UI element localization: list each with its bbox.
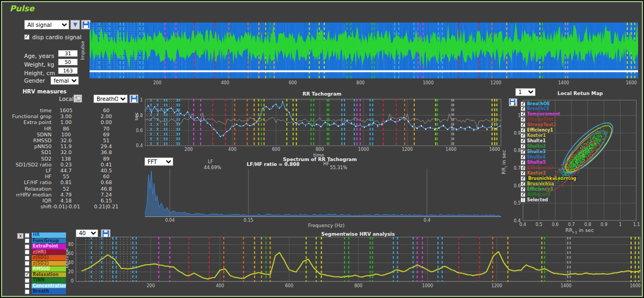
x-tick-label: 1000 [422, 284, 433, 288]
x-tick-label: 400 [228, 147, 236, 152]
hrv-local-value: 44.7 [52, 168, 80, 173]
rr-label-sub: i-1 [573, 230, 577, 235]
spectrum-method-select[interactable]: FFT [144, 157, 173, 166]
hrv-row: IQR4.186.15 [10, 198, 138, 203]
impulse-signal-plot [90, 23, 638, 78]
bottom-legend-label: Concentration [32, 284, 66, 289]
bottom-legend-item: Concentration [25, 284, 66, 289]
hrv-segment-value: 40.5 [80, 168, 132, 173]
segment-select[interactable]: BreathOE [93, 95, 128, 103]
x-tick-label: 600 [285, 284, 293, 288]
hrv-row: rrHRV median4.797.24 [10, 192, 138, 198]
hrv-row: pNN5011.929.4 [10, 143, 138, 149]
bottom-legend-checkbox[interactable] [25, 233, 30, 238]
hrv-segment-value: 0.21|0.21 [80, 203, 132, 209]
bottom-legend-checkbox[interactable] [25, 244, 30, 249]
x-tick-label: 1200 [492, 284, 502, 288]
hrv-local-value: 3.00 [52, 113, 80, 119]
hrv-row-label: Extra point [10, 119, 52, 125]
hrv-row-label: rrHRV median [10, 192, 52, 198]
hrv-segment-value: 0.41 [80, 162, 132, 168]
hrv-segment-value: 46.8 [80, 186, 132, 192]
y-tick-label: 0.4 [514, 219, 521, 223]
save-x-icon: x [510, 99, 516, 106]
segmentwise-hrv-plot [76, 237, 641, 282]
hrv-segment-value: 2.00 [80, 113, 132, 119]
y-tick-label: 0.9 [514, 130, 521, 135]
bottom-legend-checkbox[interactable] [25, 272, 30, 277]
x-tick-label: 200 [147, 284, 155, 288]
save-segmentwise-button[interactable] [101, 229, 111, 237]
x-tick-label: 1400 [558, 81, 569, 85]
bottom-legend-item: z(HR) [25, 250, 66, 255]
return-map-title: Local Retun Map [558, 91, 603, 96]
local-return-map-plot [523, 100, 636, 221]
hrv-row-label: Functional grop [10, 113, 52, 119]
x-tick-label: 1000 [423, 81, 434, 85]
close-legend-button[interactable]: x [17, 233, 24, 239]
height-field[interactable] [58, 67, 78, 74]
hrv-row-label: time [10, 107, 52, 113]
hrv-local-header: Local [59, 96, 74, 102]
bottom-legend-checkbox[interactable] [25, 289, 30, 294]
field-label: Height, cm [24, 70, 55, 76]
disp-cardio-checkbox[interactable] [24, 34, 30, 40]
hrv-row-label: IQR [10, 198, 52, 203]
age-field[interactable] [58, 50, 78, 57]
return-map-x-axis-label: RRi-1 in sec [566, 227, 594, 235]
spectrum-plot [145, 169, 501, 217]
bottom-legend-item: HR [25, 232, 66, 238]
hrv-table: time160560Functional grop3.002.00Extra p… [10, 107, 138, 209]
y-tick-label: 60 [68, 251, 74, 256]
bottom-legend-checkbox[interactable] [25, 250, 30, 255]
bottom-legend-checkbox[interactable] [25, 261, 30, 266]
hrv-local-value: 11.9 [52, 143, 80, 149]
x-tick-label: 800 [354, 284, 362, 288]
disp-cardio-label: disp cardio signal [32, 34, 82, 40]
bottom-legend-label: FuncGroup [32, 238, 66, 244]
x-tick-label: 1600 [626, 81, 636, 85]
y-tick-label: 0.8 [514, 148, 521, 153]
y-tick-label: 0.6 [136, 128, 143, 133]
hrv-row-label: pNN50 [10, 143, 52, 149]
x-tick-label: 0.6 [552, 222, 559, 227]
rr-label-sub: i [504, 166, 508, 168]
bottom-legend-checkbox[interactable] [25, 284, 30, 288]
save-hrv-button[interactable] [129, 95, 138, 103]
x-tick-label: 1600 [489, 147, 500, 152]
bottom-legend-checkbox[interactable] [25, 256, 30, 260]
x-tick-label: 0.5 [536, 222, 543, 227]
hrv-row-label: HF [10, 173, 52, 179]
bottom-legend-label: TINN [32, 278, 66, 283]
x-tick-label: 1600 [630, 284, 640, 288]
segment-window-select[interactable]: 40 [76, 229, 98, 237]
load-signal-button[interactable]: ▼ [70, 20, 80, 30]
x-tick-label: 0.15 [244, 218, 253, 223]
x-tick-label: 0.9 [601, 222, 608, 227]
y-tick-label: 0.8 [136, 113, 143, 118]
down-arrow-icon: ▼ [73, 22, 77, 27]
return-map-select[interactable]: 1 [515, 88, 536, 96]
weight-field[interactable] [58, 59, 78, 66]
hrv-row-label: HR [10, 126, 52, 132]
x-tick-label: 400 [221, 81, 229, 85]
copy-table-button[interactable] [74, 95, 82, 103]
x-tick-label: 600 [289, 81, 297, 85]
x-tick-label: 800 [316, 147, 324, 152]
bottom-legend-item: RMSSD [25, 266, 66, 272]
hrv-row: SD213889 [10, 156, 138, 162]
hrv-segment-value: 0.68 [80, 179, 132, 185]
hrv-row: LF44.740.5 [10, 168, 138, 173]
bottom-legend-checkbox[interactable] [25, 278, 30, 283]
signal-select[interactable]: All signal [24, 20, 69, 30]
bottom-legend-item: Breath [25, 289, 66, 294]
gender-select[interactable]: female [50, 76, 79, 85]
y-tick-label: 20 [68, 270, 74, 274]
save-selection-button[interactable]: x [509, 98, 517, 106]
bottom-legend-item: TINN [25, 278, 66, 283]
spectrum-x-axis-label: Frequency (Hz) [308, 223, 345, 228]
bottom-legend-checkbox[interactable] [25, 238, 30, 243]
hrv-local-value: 0.81 [52, 179, 80, 185]
y-tick-label: 0 [71, 279, 74, 284]
hrv-row: HR8670 [10, 126, 138, 132]
